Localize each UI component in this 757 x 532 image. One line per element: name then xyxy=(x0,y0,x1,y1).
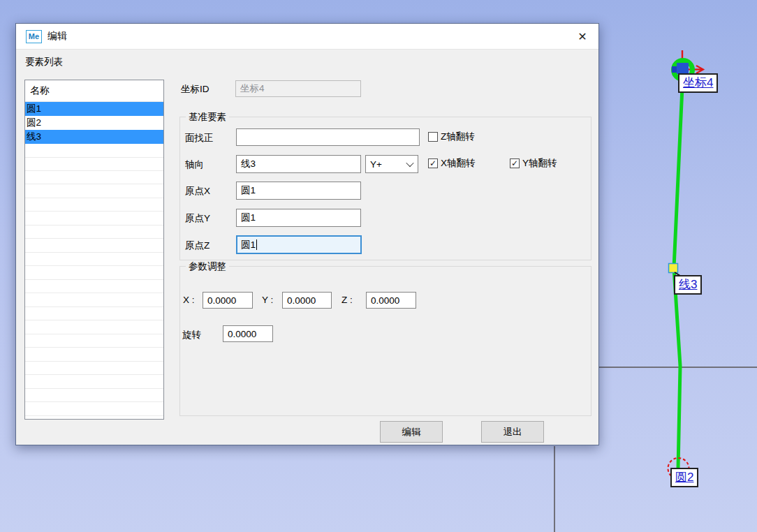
element-list-header: 名称 xyxy=(25,80,163,102)
param-z-field[interactable]: 0.0000 xyxy=(366,292,416,309)
axis-label: 轴向 xyxy=(185,158,204,171)
flip-x-label: X轴翻转 xyxy=(441,157,476,170)
list-item-line3[interactable]: 线3 xyxy=(25,130,163,144)
edit-dialog: Me 编辑 ✕ 要素列表 名称 圆1 圆2 线3 坐标ID 坐标4 基准要素 面… xyxy=(15,23,599,445)
exit-button[interactable]: 退出 xyxy=(481,421,544,443)
flip-y-checkmark-icon: ✓ xyxy=(510,158,520,168)
param-x-label: X : xyxy=(183,295,195,305)
text-caret xyxy=(256,239,257,250)
axis-direction-dropdown[interactable]: Y+ xyxy=(365,155,418,173)
close-icon[interactable]: ✕ xyxy=(574,29,591,44)
element-list[interactable]: 名称 圆1 圆2 线3 xyxy=(24,80,164,420)
flip-x-checkmark-icon: ✓ xyxy=(428,158,438,168)
coord-id-value: 坐标4 xyxy=(240,82,265,95)
dialog-titlebar[interactable]: Me 编辑 ✕ xyxy=(16,24,598,50)
origin-y-label: 原点Y xyxy=(185,212,210,225)
list-item-circle1[interactable]: 圆1 xyxy=(25,102,163,116)
params-group-title: 参数调整 xyxy=(186,260,229,273)
coordinate-cube-icon xyxy=(677,63,689,74)
element-list-section-label: 要素列表 xyxy=(25,56,63,68)
flip-x-checkbox[interactable]: ✓ X轴翻转 xyxy=(428,157,476,170)
edit-button[interactable]: 编辑 xyxy=(380,421,443,443)
list-item-circle2[interactable]: 圆2 xyxy=(25,116,163,130)
element-list-empty-rows xyxy=(25,144,163,419)
origin-z-field[interactable]: 圆1 xyxy=(236,235,362,254)
dialog-title: 编辑 xyxy=(47,30,67,43)
viewport-label-circle2[interactable]: 圆2 xyxy=(670,468,698,487)
axis-direction-value: Y+ xyxy=(370,159,382,170)
flip-y-checkbox[interactable]: ✓ Y轴翻转 xyxy=(510,157,557,170)
origin-y-field[interactable]: 圆1 xyxy=(236,209,361,227)
origin-x-label: 原点X xyxy=(185,185,210,198)
flip-z-checkbox[interactable]: Z轴翻转 xyxy=(428,131,475,143)
app-icon: Me xyxy=(26,30,42,43)
rotation-field[interactable]: 0.0000 xyxy=(223,325,273,342)
rotation-label: 旋转 xyxy=(182,329,201,341)
coord-id-field: 坐标4 xyxy=(235,80,361,97)
origin-x-field[interactable]: 圆1 xyxy=(236,182,361,200)
chevron-down-icon xyxy=(406,159,413,167)
coord-id-label: 坐标ID xyxy=(181,83,210,96)
flip-z-checkmark-icon xyxy=(428,132,438,142)
param-z-label: Z : xyxy=(341,295,353,305)
line3-marker-icon[interactable] xyxy=(669,264,678,273)
datum-group-title: 基准要素 xyxy=(186,111,229,124)
flip-z-label: Z轴翻转 xyxy=(441,131,475,143)
plane-align-field[interactable] xyxy=(236,128,420,146)
viewport-label-coord4[interactable]: 坐标4 xyxy=(678,73,718,93)
plane-align-label: 面找正 xyxy=(185,132,214,145)
param-y-field[interactable]: 0.0000 xyxy=(282,292,332,309)
param-x-field[interactable]: 0.0000 xyxy=(203,292,253,309)
viewport-label-line3[interactable]: 线3 xyxy=(674,275,702,295)
origin-z-label: 原点Z xyxy=(185,239,210,252)
flip-y-label: Y轴翻转 xyxy=(522,157,557,170)
param-y-label: Y : xyxy=(262,295,273,305)
axis-field[interactable]: 线3 xyxy=(236,155,361,173)
